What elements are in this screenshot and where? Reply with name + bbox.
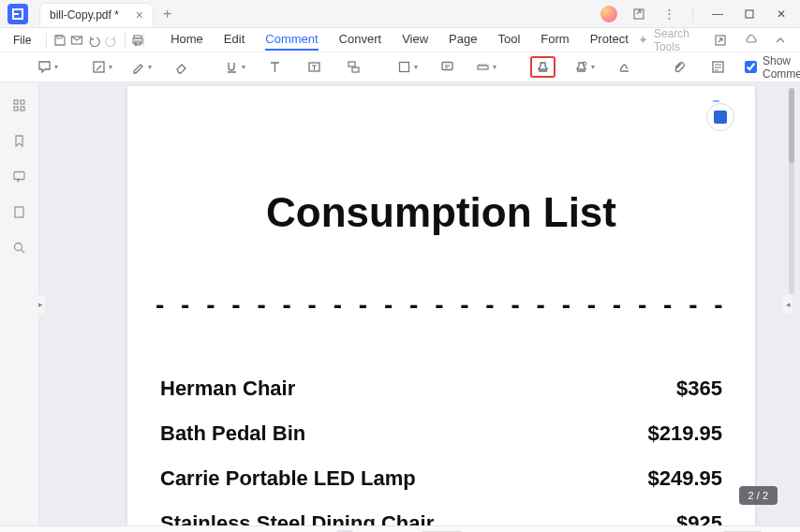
show-comment-checkbox[interactable] (745, 61, 757, 73)
note-tool[interactable] (37, 57, 58, 78)
workspace: ▸ Consumption List - - - - - - - - - - -… (0, 82, 800, 525)
svg-rect-21 (14, 107, 18, 111)
item-name: Stainless Steel Dining Chair (160, 511, 434, 525)
undo-icon[interactable] (86, 30, 101, 51)
document-canvas[interactable]: Consumption List - - - - - - - - - - - -… (39, 82, 800, 525)
item-name: Carrie Portable LED Lamp (160, 466, 416, 491)
tab-home[interactable]: Home (170, 29, 203, 51)
bookmarks-icon[interactable] (10, 131, 29, 150)
tab-form[interactable]: Form (541, 29, 569, 51)
close-tab-icon[interactable]: × (136, 7, 143, 22)
text-tool[interactable] (264, 57, 285, 78)
tab-title: bill-Copy.pdf * (50, 8, 119, 22)
svg-rect-20 (21, 100, 24, 104)
svg-rect-24 (15, 207, 23, 217)
thumbnails-icon[interactable] (10, 96, 29, 114)
text-box-tool[interactable] (304, 57, 324, 78)
titlebar: bill-Copy.pdf * × + ⋮ — ✕ (0, 0, 800, 28)
item-name: Bath Pedal Bin (160, 421, 305, 446)
search-tools[interactable]: ✦ Search Tools (632, 27, 703, 53)
tab-convert[interactable]: Convert (339, 29, 382, 51)
show-comment-toggle[interactable]: Show Comment (745, 54, 800, 81)
highlight-tool[interactable] (92, 57, 112, 78)
separator-line: - - - - - - - - - - - - - - - - - - - - … (156, 290, 727, 320)
mail-icon[interactable] (69, 30, 84, 51)
file-menu[interactable]: File (4, 34, 40, 47)
kebab-menu-icon[interactable]: ⋮ (659, 4, 679, 24)
tab-tool[interactable]: Tool (497, 29, 520, 51)
export-word-badge[interactable] (706, 103, 734, 131)
list-item: Carrie Portable LED Lamp$249.95 (156, 466, 727, 491)
item-price: $925 (676, 511, 722, 525)
tab-protect[interactable]: Protect (590, 29, 629, 51)
menubar: File ▾ HomeEditCommentConvertViewPageToo… (0, 28, 800, 52)
attachment-tool[interactable] (668, 57, 689, 78)
svg-rect-1 (13, 13, 19, 15)
page-indicator: 2 / 2 (739, 486, 778, 505)
document-title: Consumption List (156, 189, 727, 236)
list-item: Herman Chair$365 (156, 377, 727, 401)
save-icon[interactable] (52, 30, 67, 51)
cloud-sync-icon[interactable] (740, 30, 761, 51)
tab-comment[interactable]: Comment (265, 29, 318, 51)
tab-view[interactable]: View (402, 29, 428, 51)
wand-icon: ✦ (638, 33, 648, 47)
app-logo-icon (7, 4, 28, 24)
share-icon[interactable] (629, 4, 649, 24)
tab-page[interactable]: Page (449, 29, 477, 51)
statusbar: 45.86 x 95.29 cm /2 − + 50% ▾ (0, 525, 800, 532)
svg-rect-22 (21, 107, 24, 111)
item-price: $219.95 (647, 421, 722, 446)
attachments-panel-icon[interactable] (10, 202, 29, 221)
page-view: Consumption List - - - - - - - - - - - -… (127, 86, 755, 525)
new-tab-button[interactable]: + (163, 6, 171, 22)
item-price: $365 (676, 377, 722, 401)
svg-rect-19 (14, 100, 18, 104)
svg-rect-10 (94, 62, 104, 72)
collapse-ribbon-icon[interactable] (770, 30, 791, 51)
item-name: Herman Chair (160, 377, 295, 401)
shape-tool[interactable] (397, 57, 418, 78)
search-placeholder: Search Tools (654, 27, 697, 53)
search-panel-icon[interactable] (10, 238, 29, 257)
open-external-icon[interactable] (710, 30, 731, 51)
show-comment-label: Show Comment (763, 54, 800, 81)
underline-tool[interactable] (225, 57, 245, 78)
svg-rect-3 (746, 10, 753, 18)
comment-toolbar: Show Comment (0, 52, 800, 82)
svg-rect-16 (478, 66, 488, 69)
signature-tool[interactable] (614, 57, 634, 78)
measure-tool[interactable] (476, 57, 496, 78)
vertical-scrollbar[interactable] (789, 88, 794, 294)
list-item: Stainless Steel Dining Chair$925 (156, 511, 727, 525)
svg-point-25 (15, 243, 22, 250)
svg-rect-13 (352, 67, 359, 72)
list-item: Bath Pedal Bin$219.95 (156, 421, 727, 446)
stamp-tool[interactable] (530, 56, 556, 78)
item-price: $249.95 (647, 466, 722, 491)
outline-tool[interactable] (707, 57, 728, 78)
svg-rect-14 (400, 63, 409, 72)
maximize-button[interactable] (738, 3, 761, 25)
expand-right-panel[interactable]: ◂ (783, 295, 793, 314)
redo-icon[interactable] (103, 30, 118, 51)
minimize-button[interactable]: — (706, 3, 729, 25)
svg-rect-4 (57, 36, 62, 38)
eraser-tool[interactable] (170, 57, 191, 78)
svg-rect-23 (14, 171, 24, 179)
user-avatar-icon[interactable] (599, 4, 619, 24)
close-window-button[interactable]: ✕ (770, 3, 793, 25)
pencil-tool[interactable] (131, 57, 152, 78)
comment-bubble-tool[interactable] (437, 57, 457, 78)
custom-stamp-tool[interactable] (574, 57, 595, 78)
callout-tool[interactable] (343, 57, 363, 78)
comments-panel-icon[interactable] (10, 167, 29, 185)
document-tab[interactable]: bill-Copy.pdf * × (39, 3, 154, 27)
left-sidebar (0, 82, 39, 525)
tab-edit[interactable]: Edit (224, 29, 244, 51)
svg-rect-12 (348, 62, 355, 66)
items-list: Herman Chair$365Bath Pedal Bin$219.95Car… (156, 377, 727, 525)
